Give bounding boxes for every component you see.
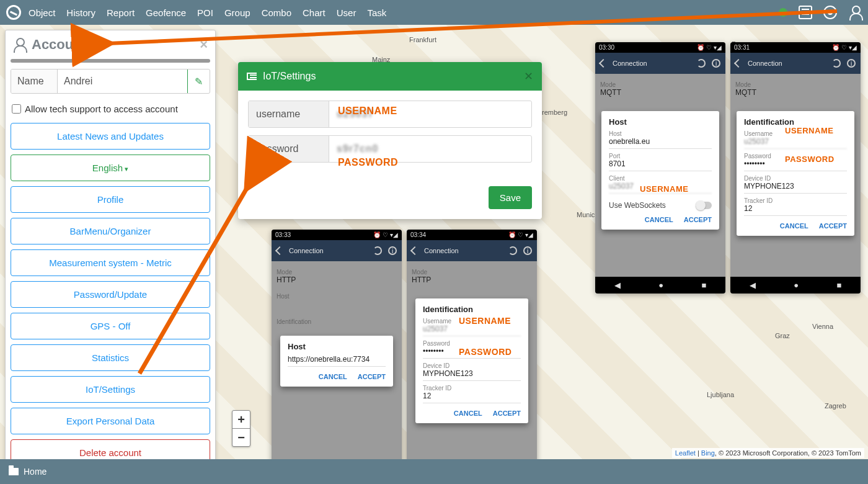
dlg-deviceid-input[interactable]: MYPHONE123 [423,369,521,381]
back-icon[interactable] [734,59,743,68]
map-city-label: Frankfurt [409,36,436,43]
close-icon[interactable]: ✕ [524,69,533,83]
iot-settings-button[interactable]: IoT/Settings [11,376,210,403]
info-icon[interactable]: i [523,246,532,255]
phone-app-title: Connection [748,60,782,67]
refresh-icon[interactable] [508,246,517,255]
name-field: Name Andrei ✎ [11,69,210,94]
nav-poi[interactable]: POI [197,7,213,18]
app-logo-icon[interactable] [6,5,21,20]
dlg-username-input[interactable]: u25037 [423,325,521,336]
accept-button[interactable]: ACCEPT [684,216,712,223]
export-data-button[interactable]: Export Personal Data [11,408,210,434]
nav-object[interactable]: Object [29,7,55,18]
mode-value: MQTT [600,88,720,97]
dialog-title: Host [609,117,712,127]
accept-button[interactable]: ACCEPT [819,222,847,230]
nav-geofence[interactable]: Geofence [146,7,186,18]
back-icon[interactable] [599,59,608,68]
refresh-icon[interactable] [697,59,706,68]
nav-user[interactable]: User [337,7,356,18]
dlg-port-input[interactable]: 8701 [609,159,712,171]
divider [11,59,210,63]
phone-status-icons: ⏰ ♡ ▾◢ [373,231,398,238]
host-label: Host [277,293,397,300]
nav-task[interactable]: Task [367,7,386,18]
phone-time: 03:34 [410,231,426,238]
measurement-button[interactable]: Measurement system - Metric [11,249,210,276]
account-panel: Account × Name Andrei ✎ Allow tech suppo… [5,30,216,478]
accept-button[interactable]: ACCEPT [358,373,386,380]
edit-name-button[interactable]: ✎ [187,69,210,93]
accept-button[interactable]: ACCEPT [493,410,521,417]
name-label: Name [11,69,58,93]
dlg-username-input[interactable]: u25037 [744,137,847,149]
footer-home[interactable]: Home [24,467,46,477]
nav-chart[interactable]: Chart [303,7,326,18]
barmenu-button[interactable]: BarMenu/Organizer [11,218,210,244]
statistics-button[interactable]: Statistics [11,344,210,371]
back-icon[interactable] [410,246,419,255]
dlg-deviceid-input[interactable]: MYPHONE123 [744,182,847,194]
tech-support-input[interactable] [12,104,21,114]
nav-history[interactable]: History [66,7,95,18]
news-button[interactable]: Latest News and Updates [11,123,210,150]
password-button[interactable]: Password/Update [11,281,210,308]
dlg-password-input[interactable]: •••••••• [423,347,521,359]
dlg-trackerid-input[interactable]: 12 [744,204,847,216]
info-icon[interactable]: i [847,59,856,68]
info-icon[interactable]: i [712,59,720,68]
nav-combo[interactable]: Combo [262,7,291,18]
nav-report[interactable]: Report [107,7,135,18]
android-home-icon[interactable]: ● [794,280,799,290]
visibility-icon[interactable] [823,6,837,19]
cancel-button[interactable]: CANCEL [319,373,347,380]
phone-mock-http-ident: 03:34⏰ ♡ ▾◢ Connection i Mode HTTP Ident… [407,230,537,483]
android-recent-icon[interactable]: ■ [701,280,706,290]
iot-username-field: username u25037 [248,101,532,128]
iot-username-value[interactable]: u25037 [329,101,531,127]
language-select[interactable]: English [11,155,210,181]
phone-app-title: Connection [289,247,324,254]
dlg-trackerid-input[interactable]: 12 [423,392,521,403]
dlg-password-input[interactable]: •••••••• [744,159,847,171]
nav-group[interactable]: Group [224,7,250,18]
attribution-leaflet-link[interactable]: Leaflet [675,449,696,457]
iot-modal-title: IoT/Settings [263,71,316,82]
dlg-password-label: Password [744,153,847,159]
zoom-in-button[interactable]: + [232,411,250,429]
refresh-icon[interactable] [832,59,841,68]
map-city-label: Graz [775,332,790,339]
account-icon[interactable] [848,6,862,19]
iot-password-value[interactable]: s9r7cn0 [329,136,531,162]
attribution-bing-link[interactable]: Bing [701,449,715,457]
phone-app-title: Connection [424,247,459,254]
dialog-host-input[interactable]: https://onebrella.eu:7734 [288,355,386,367]
info-icon[interactable]: i [388,246,397,255]
dlg-client-input[interactable]: u25037 [609,182,712,194]
phone-status-icons: ⏰ ♡ ▾◢ [832,44,857,51]
profile-button[interactable]: Profile [11,186,210,213]
gps-button[interactable]: GPS - Off [11,313,210,339]
dlg-username-label: Username [744,130,847,137]
phone-time: 03:31 [734,44,750,51]
cancel-button[interactable]: CANCEL [454,410,482,417]
android-back-icon[interactable]: ◀ [750,280,756,290]
report-icon[interactable] [799,6,812,19]
back-icon[interactable] [275,246,284,255]
close-icon[interactable]: × [200,37,208,53]
android-back-icon[interactable]: ◀ [614,280,621,290]
footer-bar: Home [0,459,868,484]
dlg-host-input[interactable]: onebrella.eu [609,137,712,149]
android-home-icon[interactable]: ● [658,280,663,290]
cancel-button[interactable]: CANCEL [645,216,673,223]
save-button[interactable]: Save [489,186,532,209]
use-websockets-toggle[interactable] [696,202,712,209]
zoom-out-button[interactable]: − [232,429,250,446]
mode-label: Mode [600,81,720,88]
refresh-icon[interactable] [373,246,382,255]
tech-support-checkbox[interactable]: Allow tech support to access account [11,100,210,123]
android-recent-icon[interactable]: ■ [836,280,841,290]
cancel-button[interactable]: CANCEL [780,222,808,230]
phone-status-icons: ⏰ ♡ ▾◢ [697,44,722,51]
